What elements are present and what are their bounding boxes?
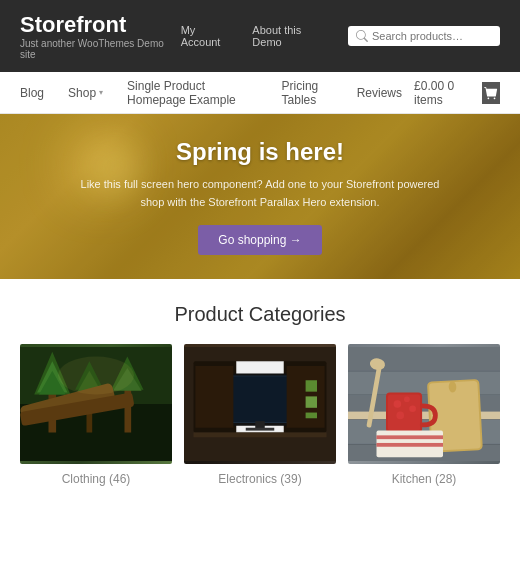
- electronics-image-svg: [184, 344, 336, 464]
- svg-rect-52: [377, 443, 444, 447]
- svg-rect-28: [306, 396, 317, 407]
- go-shopping-button[interactable]: Go shopping →: [198, 225, 321, 255]
- kitchen-image-svg: [348, 344, 500, 464]
- svg-point-46: [394, 400, 402, 408]
- svg-point-48: [409, 405, 416, 412]
- nav-blog[interactable]: Blog: [20, 72, 56, 114]
- cart-icon: [484, 86, 498, 100]
- category-card-electronics[interactable]: Electronics (39): [184, 344, 336, 486]
- nav-shop[interactable]: Shop ▾: [56, 72, 115, 114]
- nav-reviews[interactable]: Reviews: [345, 72, 414, 114]
- svg-rect-45: [388, 395, 420, 431]
- category-card-kitchen[interactable]: Kitchen (28): [348, 344, 500, 486]
- chevron-down-icon: ▾: [99, 88, 103, 97]
- category-image-kitchen: [348, 344, 500, 464]
- cart-area: £0.00 0 items: [414, 79, 500, 107]
- site-header: Storefront Just another WooThemes Demo s…: [0, 0, 520, 72]
- svg-rect-24: [194, 433, 327, 438]
- clothing-image-svg: [20, 344, 172, 464]
- svg-point-47: [404, 396, 410, 402]
- header-navigation: My Account About this Demo: [181, 24, 500, 48]
- category-card-clothing[interactable]: Clothing (46): [20, 344, 172, 486]
- svg-rect-27: [306, 380, 317, 391]
- search-box[interactable]: [348, 26, 500, 46]
- my-account-link[interactable]: My Account: [181, 24, 237, 48]
- category-label-kitchen: Kitchen (28): [348, 472, 500, 486]
- svg-rect-32: [348, 371, 500, 372]
- category-image-electronics: [184, 344, 336, 464]
- cart-amount: £0.00 0 items: [414, 79, 472, 107]
- hero-section: Spring is here! Like this full screen he…: [0, 114, 520, 279]
- section-title: Product Categories: [20, 303, 500, 326]
- nav-pricing-tables[interactable]: Pricing Tables: [270, 72, 345, 114]
- site-subtitle: Just another WooThemes Demo site: [20, 38, 181, 60]
- hero-title: Spring is here!: [80, 138, 440, 166]
- svg-rect-22: [255, 421, 265, 429]
- site-title: Storefront: [20, 12, 181, 38]
- category-label-clothing: Clothing (46): [20, 472, 172, 486]
- svg-rect-25: [195, 366, 233, 428]
- svg-rect-31: [348, 347, 500, 371]
- nav-single-product[interactable]: Single Product Homepage Example: [115, 72, 270, 114]
- svg-rect-23: [246, 428, 275, 431]
- category-image-clothing: [20, 344, 172, 464]
- main-navbar: Blog Shop ▾ Single Product Homepage Exam…: [0, 72, 520, 114]
- search-input[interactable]: [372, 30, 492, 42]
- svg-point-49: [396, 412, 404, 420]
- categories-grid: Clothing (46): [20, 344, 500, 486]
- svg-rect-29: [306, 413, 317, 419]
- cart-icon-button[interactable]: [482, 82, 500, 104]
- brand: Storefront Just another WooThemes Demo s…: [20, 12, 181, 60]
- svg-point-14: [58, 357, 134, 395]
- svg-rect-51: [377, 435, 444, 439]
- category-label-electronics: Electronics (39): [184, 472, 336, 486]
- hero-content: Spring is here! Like this full screen he…: [40, 138, 480, 255]
- search-icon: [356, 30, 368, 42]
- product-categories-section: Product Categories: [0, 279, 520, 506]
- hero-description: Like this full screen hero component? Ad…: [80, 176, 440, 211]
- about-demo-link[interactable]: About this Demo: [252, 24, 332, 48]
- nav-items: Blog Shop ▾ Single Product Homepage Exam…: [20, 72, 414, 114]
